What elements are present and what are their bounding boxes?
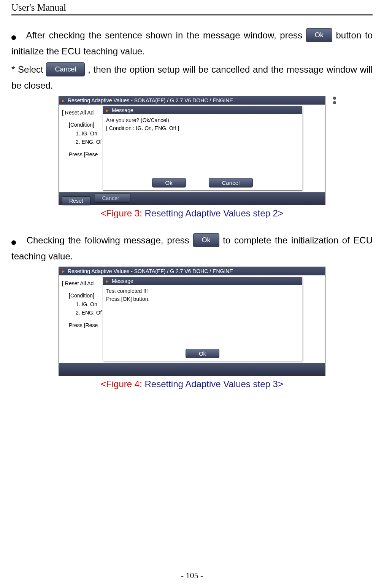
- page-number: - 105 -: [0, 571, 384, 580]
- figure-3: ▸ Resetting Adaptive Values - SONATA(EF)…: [11, 96, 373, 219]
- triangle-icon: ▸: [106, 107, 109, 113]
- app-bottombar: x: [59, 363, 325, 375]
- left-line: 2. ENG. Of: [76, 308, 102, 317]
- message-body: Test completed !!! Press [OK] button.: [103, 285, 302, 346]
- message-body: Are you sure? (Ok/Cancel) [ Condition : …: [103, 114, 302, 176]
- bullet-icon: [11, 27, 23, 43]
- left-line: 1. IG. On: [76, 129, 102, 138]
- scroll-dots-icon: [333, 97, 336, 104]
- triangle-icon: ▸: [62, 97, 65, 103]
- figure-number: <Figure 3:: [101, 208, 142, 218]
- msg-line: Are you sure? (Ok/Cancel): [106, 116, 299, 124]
- msg-line: [ Condition : IG. On, ENG. Off ]: [106, 124, 299, 132]
- app-window-fig3: ▸ Resetting Adaptive Values - SONATA(EF)…: [59, 96, 325, 205]
- message-buttons: Ok: [103, 346, 302, 361]
- message-buttons: Ok Cancel: [103, 176, 302, 191]
- left-line: [ Reset All Ad: [62, 279, 102, 288]
- app-titlebar: ▸ Resetting Adaptive Values - SONATA(EF)…: [59, 267, 325, 275]
- app-left-panel: [ Reset All Ad [Condition] 1. IG. On 2. …: [62, 279, 102, 329]
- app-content: [ Reset All Ad [Condition] 1. IG. On 2. …: [59, 275, 325, 363]
- ok-button[interactable]: Ok: [152, 178, 186, 188]
- para2-lead: * Select: [11, 64, 46, 75]
- message-title-text: Message: [112, 278, 133, 284]
- app-content: [ Reset All Ad [Condition] 1. IG. On 2. …: [59, 105, 325, 192]
- app-bottombar: Reset Cancer: [59, 192, 325, 205]
- ok-button-inline[interactable]: Ok: [193, 233, 219, 248]
- para1-lead: After checking the sentence shown in the…: [26, 30, 302, 40]
- message-popup: ▸ Message Test completed !!! Press [OK] …: [103, 277, 302, 361]
- msg-line: Test completed !!!: [106, 287, 299, 295]
- left-line: 1. IG. On: [76, 300, 102, 308]
- app-left-panel: [ Reset All Ad [Condition] 1. IG. On 2. …: [62, 108, 102, 159]
- figure-4: ▸ Resetting Adaptive Values - SONATA(EF)…: [11, 267, 373, 389]
- header-rule: [11, 14, 373, 16]
- left-line: Press [Rese: [69, 321, 102, 329]
- left-line: [Condition]: [69, 121, 102, 129]
- bullet-icon: [11, 232, 23, 248]
- left-line: 2. ENG. Of: [76, 138, 102, 146]
- cancel-button[interactable]: Cancel: [209, 178, 253, 188]
- message-titlebar: ▸ Message: [103, 106, 302, 114]
- figure-3-caption: <Figure 3: Resetting Adaptive Values ste…: [11, 208, 373, 219]
- cancel-button-cut[interactable]: Cancer: [95, 194, 130, 203]
- triangle-icon: ▸: [62, 268, 65, 274]
- para3-lead: Checking the following message, press: [27, 235, 193, 245]
- cancel-button-inline[interactable]: Cancel: [46, 62, 85, 77]
- page: User's Manual After checking the sentenc…: [0, 0, 384, 588]
- message-title-text: Message: [112, 107, 133, 113]
- msg-line: Press [OK] button.: [106, 295, 299, 303]
- message-titlebar: ▸ Message: [103, 277, 302, 285]
- left-line: [Condition]: [69, 291, 102, 300]
- ok-button[interactable]: Ok: [186, 349, 219, 358]
- paragraph-2: * Select Cancel , then the option setup …: [11, 62, 373, 94]
- figure-number: <Figure 4:: [101, 379, 142, 389]
- page-header: User's Manual: [11, 0, 373, 14]
- paragraph-3: Checking the following message, press Ok…: [11, 232, 373, 264]
- app-title-text: Resetting Adaptive Values - SONATA(EF) /…: [68, 268, 233, 274]
- left-line: Press [Rese: [69, 150, 102, 159]
- figure-4-caption: <Figure 4: Resetting Adaptive Values ste…: [11, 379, 373, 389]
- reset-button[interactable]: Reset: [62, 196, 90, 205]
- app-window-fig4: ▸ Resetting Adaptive Values - SONATA(EF)…: [59, 267, 325, 376]
- left-line: [ Reset All Ad: [62, 108, 102, 117]
- app-titlebar: ▸ Resetting Adaptive Values - SONATA(EF)…: [59, 96, 325, 105]
- ok-button-inline[interactable]: Ok: [306, 28, 332, 43]
- figure-caption-text: Resetting Adaptive Values step 3>: [142, 379, 283, 389]
- triangle-icon: ▸: [106, 278, 109, 284]
- app-title-text: Resetting Adaptive Values - SONATA(EF) /…: [68, 97, 233, 103]
- figure-caption-text: Resetting Adaptive Values step 2>: [142, 208, 283, 218]
- paragraph-1: After checking the sentence shown in the…: [11, 27, 373, 59]
- message-popup: ▸ Message Are you sure? (Ok/Cancel) [ Co…: [103, 106, 302, 191]
